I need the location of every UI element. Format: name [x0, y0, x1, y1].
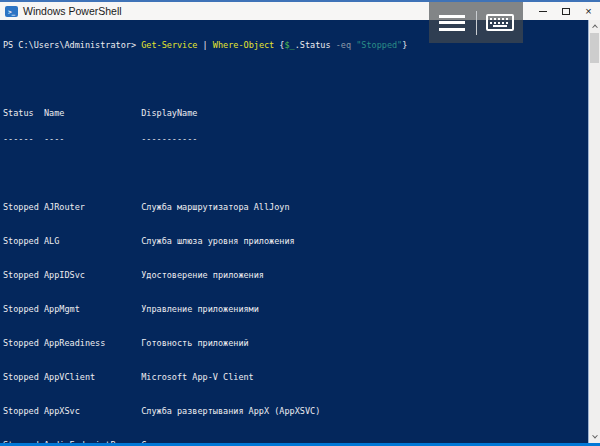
powershell-icon-glyph: >_: [8, 8, 15, 15]
table-header-row: Status Name DisplayName: [3, 109, 588, 118]
row-display-name: Управление приложениями: [141, 305, 259, 314]
table-row: Stopped AppReadiness Готовность приложен…: [3, 339, 588, 348]
header-displayname: DisplayName: [141, 109, 197, 118]
row-status: Stopped: [3, 237, 44, 246]
minimize-button[interactable]: [531, 2, 554, 20]
menu-button[interactable]: [429, 2, 476, 43]
row-status: Stopped: [3, 339, 44, 348]
underline-name: ----: [44, 135, 141, 144]
scroll-up-icon: [592, 25, 598, 31]
underline-displayname: -----------: [141, 135, 197, 144]
row-status: Stopped: [3, 407, 44, 416]
table-row: Stopped ALG Служба шлюза уровня приложен…: [3, 237, 588, 246]
table-row: Stopped AJRouter Служба маршрутизатора A…: [3, 203, 588, 212]
row-service-name: AppVClient: [44, 373, 141, 382]
property-access: .Status: [295, 40, 331, 50]
pipe-operator: |: [197, 40, 212, 50]
row-display-name: Microsoft App-V Client: [141, 373, 254, 382]
close-icon: ×: [585, 6, 591, 17]
hamburger-icon: [439, 15, 465, 31]
cmdlet-get-service: Get-Service: [141, 40, 197, 50]
row-status: Stopped: [3, 305, 44, 314]
header-name: Name: [44, 109, 141, 118]
minimize-icon: [539, 11, 547, 12]
row-status: Stopped: [3, 373, 44, 382]
table-header-underline-row: ------ ---- -----------: [3, 135, 588, 144]
blank-line: [3, 75, 588, 84]
vertical-scrollbar[interactable]: [588, 20, 600, 443]
powershell-window: >_ Windows PowerShell × PS C:\Users\Admi…: [0, 0, 600, 446]
keyboard-icon: [486, 14, 514, 31]
close-brace: }: [402, 40, 407, 50]
header-status: Status: [3, 109, 44, 118]
row-service-name: AJRouter: [44, 203, 141, 212]
row-service-name: AudioEndpointBu...: [44, 441, 141, 444]
table-row: Stopped AppXSvc Служба развертывания App…: [3, 407, 588, 416]
string-literal: "Stopped": [356, 40, 402, 50]
window-title: Windows PowerShell: [23, 5, 122, 17]
scroll-up-button[interactable]: [589, 20, 600, 32]
scroll-down-button[interactable]: [589, 431, 600, 443]
row-service-name: AppMgmt: [44, 305, 141, 314]
scrollbar-thumb[interactable]: [590, 33, 599, 63]
maximize-icon: [562, 8, 570, 15]
pipeline-variable: $_: [285, 40, 295, 50]
row-status: Stopped: [3, 271, 44, 280]
row-display-name: Служба маршрутизатора AllJoyn: [141, 203, 289, 212]
service-table-body: Stopped AJRouter Служба маршрутизатора A…: [3, 169, 588, 444]
row-display-name: Удостоверение приложения: [141, 271, 264, 280]
row-service-name: AppIDSvc: [44, 271, 141, 280]
maximize-button[interactable]: [554, 2, 577, 20]
table-row: Stopped AppIDSvc Удостоверение приложени…: [3, 271, 588, 280]
row-display-name: Готовность приложений: [141, 339, 248, 348]
eq-operator: -eq: [331, 40, 357, 50]
table-row: Stopped AppVClient Microsoft App-V Clien…: [3, 373, 588, 382]
scroll-down-icon: [592, 433, 598, 439]
table-row: Stopped AppMgmt Управление приложениями: [3, 305, 588, 314]
row-display-name: Средство построения конечных точек ...: [141, 441, 335, 444]
prompt: PS C:\Users\Administrator>: [3, 40, 141, 50]
row-service-name: ALG: [44, 237, 141, 246]
row-status: Stopped: [3, 203, 44, 212]
row-status: Stopped: [3, 441, 44, 444]
close-button[interactable]: ×: [577, 2, 600, 20]
touch-keyboard-button[interactable]: [477, 2, 524, 43]
table-row: Stopped AudioEndpointBu... Средство пост…: [3, 441, 588, 444]
console-output[interactable]: PS C:\Users\Administrator> Get-Service |…: [0, 20, 588, 443]
console-quick-menu-overlay: [429, 2, 523, 43]
cmdlet-where-object: Where-Object: [213, 40, 274, 50]
row-service-name: AppXSvc: [44, 407, 141, 416]
row-display-name: Служба развертывания AppX (AppXSVC): [141, 407, 320, 416]
row-service-name: AppReadiness: [44, 339, 141, 348]
window-controls: ×: [531, 2, 600, 20]
underline-status: ------: [3, 135, 44, 144]
powershell-icon: >_: [5, 6, 18, 17]
open-brace: {: [274, 40, 284, 50]
row-display-name: Служба шлюза уровня приложения: [141, 237, 295, 246]
